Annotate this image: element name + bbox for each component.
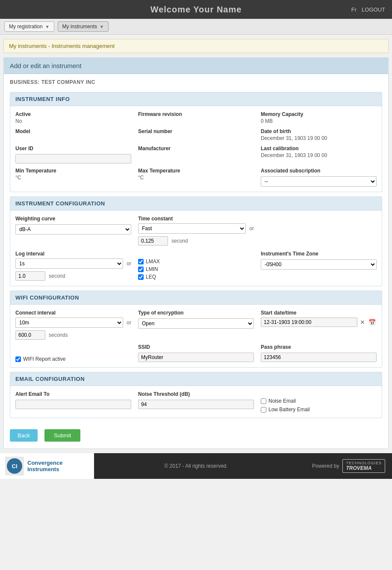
my-registration-btn[interactable]: My registration ▼: [4, 21, 54, 32]
email-config-body: Alert Email To Noise Threshold (dB) Nois…: [10, 386, 382, 418]
instrument-config-card: INSTRUMENT CONFIGURATION Weighting curve…: [10, 196, 382, 286]
seconds-label: seconds: [49, 332, 68, 338]
manufacturer-label: Manufacturer: [138, 145, 254, 151]
submit-button[interactable]: Submit: [44, 429, 80, 442]
serial-label: Serial number: [138, 128, 254, 134]
instrument-info-card: INSTRUMENT INFO Active No Firmware revis…: [10, 92, 382, 192]
instrument-info-header: INSTRUMENT INFO: [10, 92, 382, 106]
calendar-icon-btn[interactable]: 📅: [368, 318, 377, 327]
dob-value: December 31, 1903 19 00 00: [261, 135, 377, 141]
userid-label: User ID: [15, 145, 131, 151]
breadcrumb: My instruments - Instruments management: [3, 39, 389, 53]
timezone-label: Instrument's Time Zone: [261, 251, 377, 257]
lang-label[interactable]: Fr: [351, 6, 357, 13]
timezone-select[interactable]: -05H00: [261, 259, 377, 270]
log-interval-select[interactable]: 1s: [15, 258, 123, 269]
lmin-checkbox[interactable]: [138, 267, 144, 272]
header-right: Fr LOGOUT: [351, 6, 385, 13]
wifi-or-label: or: [127, 320, 131, 326]
ssid-label: SSID: [138, 344, 254, 350]
footer-logo: CI Convergence Instruments: [0, 453, 94, 479]
second-label-1: second: [171, 238, 188, 244]
my-instruments-arrow-icon: ▼: [100, 24, 104, 29]
second-label-2: second: [49, 273, 65, 279]
lmin-row: LMIN: [138, 266, 254, 272]
wifi-report-label: WIFI Report active: [23, 356, 65, 362]
log-second-input[interactable]: [15, 271, 45, 281]
my-registration-arrow-icon: ▼: [45, 24, 50, 29]
leq-row: LEQ: [138, 274, 254, 280]
logout-link[interactable]: LOGOUT: [362, 6, 385, 13]
connect-seconds-input[interactable]: [15, 330, 45, 340]
encryption-select[interactable]: Open: [138, 318, 254, 329]
clear-date-btn[interactable]: ✕: [359, 318, 366, 327]
instrument-info-row3: User ID Manufacturer Last calibration De…: [15, 145, 377, 163]
active-label: Active: [15, 111, 131, 117]
firmware-field: Firmware revision: [138, 111, 254, 124]
time-second-input[interactable]: [138, 236, 168, 246]
ssid-input[interactable]: [138, 353, 254, 362]
wifi-config-card: WIFI CONFIGURATION Connect interval 10m …: [10, 291, 382, 368]
memory-field: Memory Capacity 0 MB: [261, 111, 377, 124]
start-date-input[interactable]: [261, 318, 357, 327]
noise-email-label: Noise Email: [268, 398, 296, 404]
button-row: Back Submit: [4, 422, 388, 448]
noise-threshold-label: Noise Threshold (dB): [138, 391, 254, 397]
firmware-label: Firmware revision: [138, 111, 254, 117]
or-label-1: or: [249, 226, 254, 232]
min-temp-field: Min Temperature °C: [15, 168, 131, 187]
max-temp-unit: °C: [138, 175, 254, 181]
email-row1: Alert Email To Noise Threshold (dB) Nois…: [15, 391, 377, 413]
lmax-row: LMAX: [138, 258, 254, 264]
last-cal-field: Last calibration December 31, 1903 19 00…: [261, 145, 377, 163]
assoc-sub-field: Associated subscription --: [261, 168, 377, 187]
log-interval-label: Log interval: [15, 251, 131, 257]
active-field: Active No: [15, 111, 131, 124]
noise-threshold-input[interactable]: [138, 400, 254, 409]
log-interval-field: Log interval 1s or second: [15, 251, 131, 281]
userid-field: User ID: [15, 145, 131, 163]
back-button[interactable]: Back: [10, 429, 38, 442]
business-label: BUSINESS: TEST COMPANY INC: [4, 74, 388, 88]
ci-logo-icon: CI: [5, 457, 24, 475]
model-label: Model: [15, 128, 131, 134]
low-battery-checkbox[interactable]: [261, 407, 266, 413]
time-constant-select[interactable]: Fast: [138, 223, 246, 234]
noise-email-checkbox[interactable]: [261, 398, 266, 404]
connect-interval-field: Connect interval 10m or seconds: [15, 310, 131, 340]
checkboxes-field: LMAX LMIN LEQ: [138, 251, 254, 280]
wifi-row2: WIFI Report active SSID Pass phrase: [15, 344, 377, 362]
email-checks-field: Noise Email Low Battery Email: [261, 391, 377, 413]
alert-email-label: Alert Email To: [15, 391, 131, 397]
weighting-label: Weighting curve: [15, 216, 131, 222]
footer-copyright: © 2017 - All rights reserved.: [94, 463, 298, 469]
userid-input[interactable]: [15, 154, 131, 163]
noise-email-row: Noise Email: [261, 398, 377, 404]
leq-checkbox[interactable]: [138, 274, 144, 280]
pass-phrase-input[interactable]: [261, 353, 377, 362]
my-instruments-btn[interactable]: My instruments ▼: [58, 21, 109, 32]
wifi-report-checkbox[interactable]: [15, 356, 21, 362]
alert-email-field: Alert Email To: [15, 391, 131, 413]
instrument-info-body: Active No Firmware revision Memory Capac…: [10, 106, 382, 192]
alert-email-input[interactable]: [15, 400, 131, 409]
weighting-select[interactable]: dB-A: [15, 224, 131, 235]
time-constant-label: Time constant: [138, 216, 254, 222]
instrument-config-header: INSTRUMENT CONFIGURATION: [10, 197, 382, 211]
lmax-label: LMAX: [146, 258, 160, 264]
instrument-config-body: Weighting curve dB-A Time constant Fast …: [10, 211, 382, 286]
start-date-field: Start date/time ✕ 📅: [261, 310, 377, 340]
pass-phrase-field: Pass phrase: [261, 344, 377, 362]
ssid-field: SSID: [138, 344, 254, 362]
lmax-checkbox[interactable]: [138, 259, 144, 264]
connect-interval-label: Connect interval: [15, 310, 131, 316]
leq-label: LEQ: [146, 274, 156, 280]
assoc-sub-select[interactable]: --: [261, 176, 377, 187]
main-content: Add or edit an instrument BUSINESS: TEST…: [3, 57, 389, 449]
trovema-logo: TECHNOLOGIES TROVEMA: [342, 459, 385, 473]
assoc-sub-label: Associated subscription: [261, 168, 377, 174]
footer-right: Powered by TECHNOLOGIES TROVEMA: [298, 459, 392, 473]
connect-interval-select[interactable]: 10m: [15, 318, 123, 328]
model-field: Model: [15, 128, 131, 141]
low-battery-label: Low Battery Email: [268, 407, 310, 413]
